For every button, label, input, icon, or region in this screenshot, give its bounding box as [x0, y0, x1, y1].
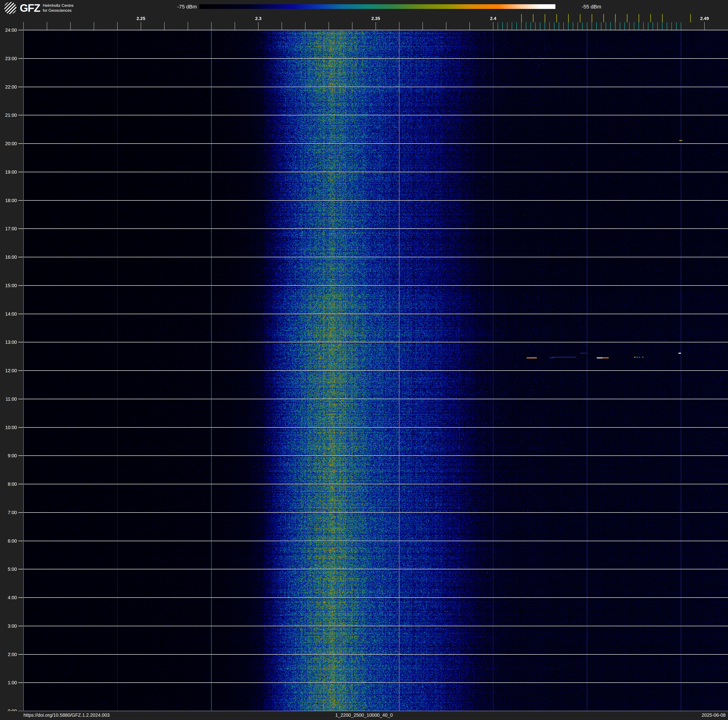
- hour-gridline: [23, 455, 728, 456]
- dataset-id-label: 1_2200_2500_10000_40_0: [0, 712, 728, 718]
- hour-gridline: [23, 58, 728, 59]
- ble-channel-tick: [671, 22, 672, 30]
- hour-gridline: [23, 512, 728, 513]
- hour-tick: [18, 455, 23, 456]
- ble-channel-tick: [681, 22, 681, 30]
- ble-channel-tick: [629, 22, 630, 30]
- hour-gridline: [23, 654, 728, 655]
- freq-minor-tick: [94, 22, 94, 30]
- ble-channel-tick: [676, 22, 677, 30]
- hour-tick: [18, 484, 23, 484]
- time-tick-label: 10:00: [0, 425, 17, 430]
- ble-channel-tick: [648, 22, 648, 30]
- ble-channel-tick: [657, 22, 658, 30]
- time-tick-label: 3:00: [0, 623, 17, 629]
- freq-minor-tick: [235, 22, 235, 30]
- ble-channel-tick: [596, 22, 597, 30]
- time-tick-label: 19:00: [0, 169, 17, 175]
- freq-minor-tick: [141, 22, 141, 30]
- time-tick-label: 20:00: [0, 141, 17, 146]
- time-tick-label: 13:00: [0, 340, 17, 345]
- wifi-channel-tick: [544, 14, 545, 22]
- time-tick-label: 12:00: [0, 368, 17, 374]
- hour-tick: [18, 87, 23, 87]
- gfz-org-line1: Helmholtz Centre: [43, 3, 73, 8]
- ble-channel-tick: [507, 22, 508, 30]
- hour-gridline: [23, 626, 728, 626]
- freq-tick-label: 2.49: [695, 16, 714, 21]
- time-tick-label: 14:00: [0, 311, 17, 317]
- hour-tick: [18, 682, 23, 683]
- rf-burst-mark: [551, 357, 576, 358]
- hour-gridline: [23, 484, 728, 484]
- rf-burst-mark: [529, 357, 537, 358]
- freq-tick-label: 2.25: [132, 16, 150, 21]
- ble-channel-tick: [582, 22, 583, 30]
- freq-minor-tick: [70, 22, 71, 30]
- ble-channel-tick: [544, 22, 545, 30]
- hour-tick: [18, 257, 23, 257]
- time-tick-label: 18:00: [0, 198, 17, 203]
- ble-channel-tick: [498, 22, 498, 30]
- hour-gridline: [23, 115, 728, 115]
- hour-tick: [18, 569, 23, 569]
- ble-channel-tick: [601, 22, 601, 30]
- time-tick-label: 22:00: [0, 84, 17, 90]
- ble-channel-tick: [662, 22, 662, 30]
- time-tick-label: 23:00: [0, 56, 17, 61]
- freq-minor-tick: [47, 22, 47, 30]
- time-tick-label: 2:00: [0, 652, 17, 657]
- ble-channel-tick: [578, 22, 578, 30]
- wifi-channel-tick: [662, 14, 663, 22]
- time-tick-label: 5:00: [0, 567, 17, 572]
- hour-gridline: [23, 399, 728, 399]
- time-tick-label: 7:00: [0, 510, 17, 515]
- ble-channel-tick: [615, 22, 615, 30]
- wifi-channel-tick: [521, 14, 522, 22]
- rf-burst-mark: [634, 357, 635, 358]
- freq-minor-tick: [117, 22, 118, 30]
- gfz-brand-text: GFZ: [20, 2, 40, 14]
- freq-minor-tick: [329, 22, 329, 30]
- hour-gridline: [23, 597, 728, 598]
- hour-tick: [18, 654, 23, 655]
- freq-minor-tick: [470, 22, 470, 30]
- hour-tick: [18, 626, 23, 626]
- rf-burst-mark: [597, 357, 603, 358]
- hour-tick: [18, 30, 23, 30]
- ble-channel-tick: [512, 22, 512, 30]
- time-tick-label: 4:00: [0, 595, 17, 601]
- rf-burst-mark: [580, 353, 587, 354]
- ble-channel-tick: [526, 22, 526, 30]
- rf-burst-mark: [639, 357, 640, 358]
- ble-channel-tick: [549, 22, 550, 30]
- spectrogram-page: GFZ Helmholtz Centre for Geosciences -75…: [0, 0, 728, 720]
- freq-minor-tick: [446, 22, 447, 30]
- gfz-logo: GFZ Helmholtz Centre for Geosciences: [4, 2, 73, 14]
- rf-burst-mark: [679, 140, 681, 141]
- freq-minor-tick: [23, 22, 24, 30]
- ble-channel-tick: [535, 22, 536, 30]
- freq-minor-tick: [493, 22, 493, 30]
- ble-channel-tick: [606, 22, 606, 30]
- wifi-channel-tick: [603, 14, 604, 22]
- freq-minor-tick: [399, 22, 399, 30]
- freq-minor-tick: [376, 22, 376, 30]
- hour-gridline: [23, 541, 728, 541]
- hour-tick: [18, 370, 23, 371]
- footer-bar: https://doi.org/10.5880/GFZ.1.2.2024.003…: [0, 711, 728, 720]
- freq-minor-tick: [281, 22, 282, 30]
- time-tick-label: 11:00: [0, 397, 17, 402]
- hour-gridline: [23, 285, 728, 286]
- ble-channel-tick: [516, 22, 517, 30]
- hour-tick: [18, 143, 23, 144]
- ble-channel-tick: [620, 22, 620, 30]
- hour-gridline: [23, 143, 728, 144]
- wifi-channel-tick: [627, 14, 627, 22]
- wifi-channel-tick: [690, 14, 691, 22]
- ble-channel-tick: [587, 22, 587, 30]
- rf-burst-mark: [642, 357, 644, 358]
- ble-channel-tick: [531, 22, 531, 30]
- hour-gridline: [23, 314, 728, 314]
- wifi-channel-tick: [568, 14, 569, 22]
